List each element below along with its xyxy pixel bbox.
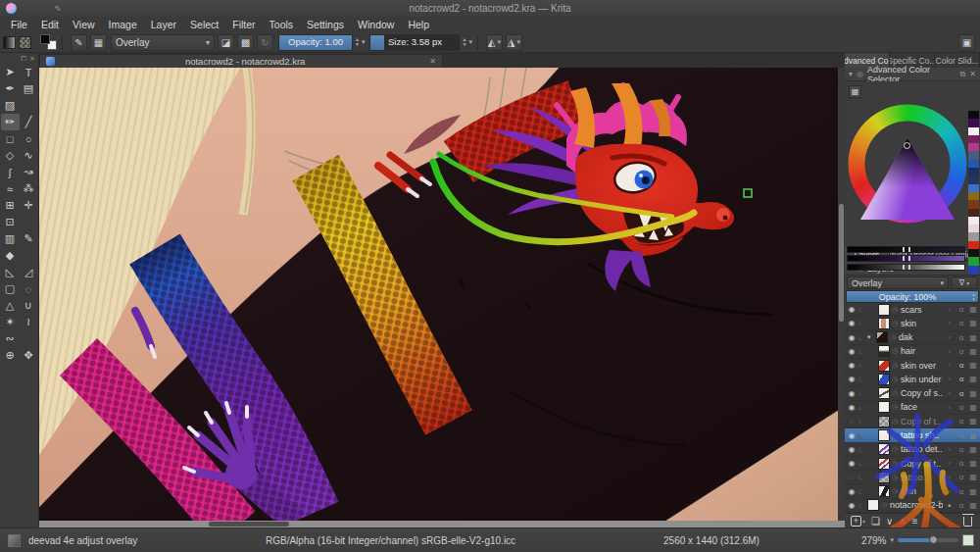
layer-properties-button[interactable]: ≡ <box>912 516 918 527</box>
visibility-eye-icon[interactable]: ◉ <box>847 319 857 327</box>
history-swatch[interactable] <box>968 241 979 249</box>
layer-row[interactable]: ◉L◷skin under▫α▦ <box>845 373 980 386</box>
layer-row[interactable]: ◉L◷Copy of t..▫α▦ <box>845 457 980 471</box>
layer-row[interactable]: ◉L◷Copy of s..▫α▦ <box>845 387 980 401</box>
close-icon[interactable]: ✕ <box>429 57 436 66</box>
canvas-viewport[interactable] <box>39 68 838 521</box>
inherit-alpha-icon[interactable]: ▦ <box>968 445 978 454</box>
menu-tools[interactable]: Tools <box>263 19 301 30</box>
zoom-level-value[interactable]: 279% <box>861 535 887 546</box>
float-docker-icon[interactable]: ⧠ <box>22 55 27 63</box>
polyline-tool[interactable]: ∿ <box>20 147 38 164</box>
blending-mode-combo[interactable]: Overlay ▾ <box>111 34 215 51</box>
lock-icon[interactable]: ▪ <box>945 501 955 510</box>
pan-tool[interactable]: ✥ <box>20 347 38 364</box>
alpha-icon[interactable]: α <box>956 361 966 370</box>
visibility-eye-icon[interactable]: ◉ <box>847 431 857 440</box>
selector-settings-button[interactable]: ▦ <box>849 85 861 98</box>
rect-select-tool[interactable]: ▢ <box>1 280 20 297</box>
history-swatch[interactable] <box>968 217 979 225</box>
visibility-hidden-icon[interactable]: ◌ <box>847 417 857 426</box>
assistants-tool[interactable]: ◺ <box>1 264 20 280</box>
lock-icon[interactable]: ▫ <box>945 417 955 426</box>
fill-tool[interactable]: ◆ <box>1 247 20 264</box>
layer-blend-mode-combo[interactable]: Overlay ▾ <box>847 276 949 289</box>
document-tab[interactable]: notacrowd2 - notacrowd2.kra ✕ <box>39 54 443 68</box>
polygon-select-tool[interactable]: △ <box>1 297 20 314</box>
visibility-eye-icon[interactable]: ◉ <box>847 445 857 454</box>
menu-layer[interactable]: Layer <box>144 19 183 30</box>
ellipse-tool[interactable]: ○ <box>20 130 38 147</box>
history-swatch[interactable] <box>968 209 979 217</box>
inherit-alpha-icon[interactable]: ▦ <box>968 501 978 510</box>
layer-row[interactable]: ◉L◷face▫α▦ <box>845 401 980 415</box>
dynamic-brush-tool[interactable]: ≈ <box>1 180 20 197</box>
rectangle-tool[interactable]: □ <box>1 130 20 147</box>
duplicate-layer-button[interactable]: ❏ <box>871 516 880 527</box>
inherit-alpha-icon[interactable]: ▦ <box>968 319 978 327</box>
visibility-eye-icon[interactable]: ◉ <box>847 459 857 468</box>
edit-shapes-tool[interactable]: ✒ <box>1 80 20 97</box>
lock-icon[interactable]: ▫ <box>945 319 955 327</box>
layer-row[interactable]: ◉L▾◷dak▫α▦ <box>845 331 980 345</box>
lock-icon[interactable]: ▫ <box>945 375 955 383</box>
freehand-path-tool[interactable]: ↝ <box>20 164 38 180</box>
inherit-alpha-icon[interactable]: ▦ <box>968 375 978 383</box>
lock-icon[interactable]: ▫ <box>945 487 955 496</box>
inherit-alpha-icon[interactable]: ▦ <box>968 459 978 468</box>
alpha-icon[interactable]: α <box>956 473 966 481</box>
history-swatch[interactable] <box>968 266 979 274</box>
alpha-icon[interactable]: α <box>956 333 966 342</box>
layer-row[interactable]: ◉L◷tattoo sh..▫α▦ <box>845 428 980 442</box>
collapse-icon[interactable]: ▾ <box>849 70 853 78</box>
lock-icon[interactable]: ▫ <box>945 431 955 440</box>
bezier-curve-tool[interactable]: ∫ <box>1 164 20 180</box>
brush-size-slider[interactable]: Size: 3.58 px <box>369 34 460 51</box>
history-swatch[interactable] <box>968 232 979 240</box>
opacity-spinner[interactable]: ▲▼ <box>355 37 360 47</box>
polygon-tool[interactable]: ◇ <box>1 147 20 164</box>
canvas-horizontal-scrollbar[interactable] <box>39 521 845 527</box>
history-swatch[interactable] <box>968 160 979 168</box>
visibility-eye-icon[interactable]: ◉ <box>847 305 857 314</box>
layer-row[interactable]: ◉L◷skin▫α▦ <box>845 484 980 498</box>
layer-row[interactable]: ◉L◷scars▫α▦ <box>845 303 980 317</box>
history-swatch[interactable] <box>968 257 979 265</box>
opacity-slider[interactable]: Opacity: 1.00 <box>278 34 353 51</box>
zoom-slider[interactable] <box>898 538 958 542</box>
visibility-eye-icon[interactable]: ◉ <box>847 333 857 342</box>
layer-row[interactable]: ◉L◷tattoo det..▫α▦ <box>845 443 980 457</box>
color-sampler-tool[interactable]: ✎ <box>20 230 38 247</box>
alpha-icon[interactable]: α <box>956 389 966 398</box>
lock-icon[interactable]: ▫ <box>945 403 955 412</box>
lock-icon[interactable]: ▫ <box>945 361 955 370</box>
foreground-color-swatch[interactable] <box>40 34 50 44</box>
lock-icon[interactable]: ▫ <box>945 459 955 468</box>
delete-layer-button[interactable] <box>963 517 972 527</box>
history-swatch[interactable] <box>968 111 979 119</box>
select-shapes-tool[interactable]: ➤ <box>1 64 20 80</box>
mirror-vertical-button[interactable]: ◮ ▾ <box>506 34 522 51</box>
measure-tool[interactable]: ◿ <box>20 264 38 280</box>
layer-row[interactable]: ◌L◷Copy of t..▫α▦ <box>845 415 980 428</box>
layer-row[interactable]: ◉L◷skin over▫α▦ <box>845 359 980 373</box>
shade-strip[interactable] <box>847 264 965 271</box>
history-swatch[interactable] <box>968 127 979 135</box>
alpha-icon[interactable]: α <box>956 431 966 440</box>
brush-preset-icon[interactable] <box>8 534 21 547</box>
history-swatch[interactable] <box>968 200 979 208</box>
zoom-slider-thumb[interactable] <box>929 535 938 544</box>
alpha-icon[interactable]: α <box>956 347 966 356</box>
pattern-chooser[interactable] <box>19 36 31 49</box>
inherit-alpha-icon[interactable]: ▦ <box>968 417 978 426</box>
scrollbar-thumb[interactable] <box>839 204 844 322</box>
zoom-tool[interactable]: ⊕ <box>1 347 20 364</box>
menu-help[interactable]: Help <box>401 19 436 30</box>
close-icon[interactable]: ✕ <box>29 55 35 63</box>
shade-strip[interactable] <box>847 255 965 262</box>
layer-row[interactable]: ◉L◷notacrowd2-b..▪α▦ <box>845 499 980 513</box>
lock-icon[interactable]: ▫ <box>945 389 955 398</box>
layer-filter-button[interactable]: ∇ ▾ <box>951 276 978 289</box>
freehand-select-tool[interactable]: ∪ <box>20 297 38 314</box>
alpha-icon[interactable]: α <box>956 375 966 383</box>
